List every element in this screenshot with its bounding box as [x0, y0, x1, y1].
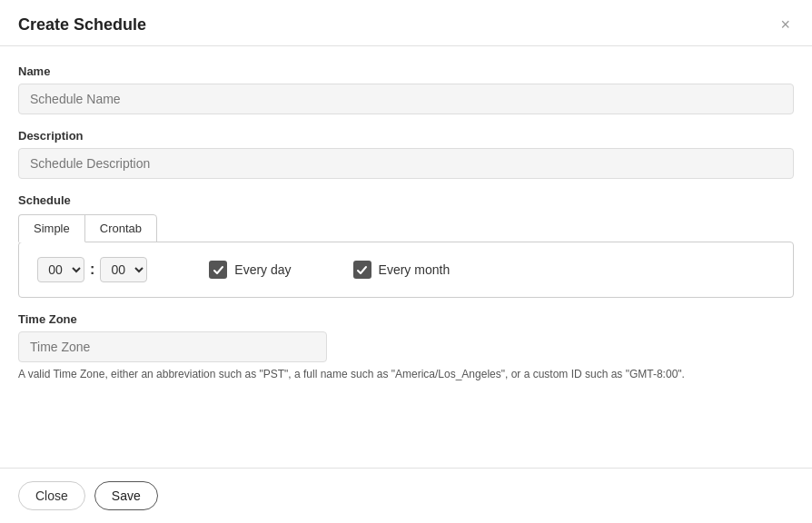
schedule-tab-bar: Simple Crontab	[18, 214, 156, 242]
checkmark-icon-2	[356, 264, 368, 276]
time-group: 00 01 02 : 00 15 30 45	[37, 257, 147, 282]
time-colon: :	[90, 262, 94, 278]
every-day-group: Every day	[209, 261, 291, 279]
schedule-section-label: Schedule	[18, 193, 794, 207]
minute-select[interactable]: 00 15 30 45	[100, 257, 147, 282]
schedule-content-box: 00 01 02 : 00 15 30 45	[18, 242, 794, 298]
modal-header: Create Schedule ×	[0, 0, 812, 46]
tab-crontab[interactable]: Crontab	[84, 214, 157, 242]
modal-body: Name Description Schedule Simple Crontab	[0, 46, 812, 468]
checkmark-icon	[213, 264, 224, 276]
modal-dialog: Create Schedule × Name Description Sched…	[0, 0, 812, 523]
every-month-label: Every month	[379, 262, 451, 277]
name-label: Name	[18, 64, 794, 78]
modal-title: Create Schedule	[18, 15, 146, 35]
hour-select[interactable]: 00 01 02	[37, 257, 84, 282]
description-field-group: Description	[18, 129, 794, 179]
close-x-button[interactable]: ×	[777, 15, 794, 35]
timezone-label: Time Zone	[18, 312, 794, 326]
timezone-input[interactable]	[18, 331, 327, 362]
timezone-hint: A valid Time Zone, either an abbreviatio…	[18, 368, 794, 380]
every-day-label: Every day	[234, 262, 291, 277]
schedule-section: Schedule Simple Crontab 00	[18, 193, 794, 298]
every-month-group: Every month	[353, 261, 451, 279]
name-field-group: Name	[18, 64, 794, 114]
name-input[interactable]	[18, 84, 794, 114]
every-month-checkbox[interactable]	[353, 261, 371, 279]
schedule-tabs-wrapper: Simple Crontab 00 01 02	[18, 214, 794, 298]
close-button[interactable]: Close	[18, 481, 85, 510]
timezone-section: Time Zone A valid Time Zone, either an a…	[18, 312, 794, 380]
every-day-checkbox[interactable]	[209, 261, 227, 279]
description-input[interactable]	[18, 148, 794, 179]
save-button[interactable]: Save	[94, 481, 158, 510]
modal-footer: Close Save	[0, 468, 812, 523]
tab-simple[interactable]: Simple	[18, 214, 85, 242]
description-label: Description	[18, 129, 794, 143]
